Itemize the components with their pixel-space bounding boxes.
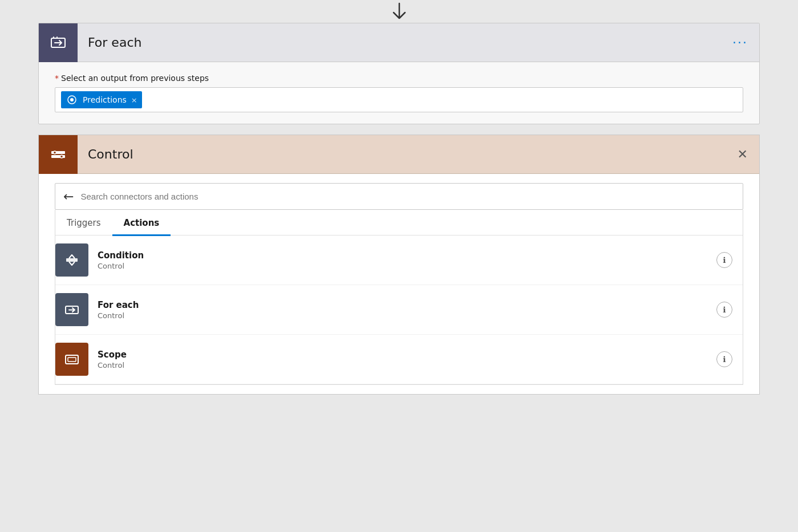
control-header: Control ✕: [39, 135, 759, 174]
svg-rect-10: [68, 358, 76, 362]
for-each-icon-box: [39, 23, 78, 62]
condition-icon: [63, 251, 80, 269]
condition-text: Condition Control: [98, 250, 707, 270]
tab-content-wrapper: Triggers Actions: [55, 210, 743, 385]
more-options-button[interactable]: ···: [721, 35, 759, 50]
condition-sub: Control: [98, 262, 707, 270]
search-input[interactable]: [80, 192, 735, 201]
for-each-info-button[interactable]: ℹ: [716, 302, 732, 318]
for-each-list-name: For each: [98, 300, 707, 310]
for-each-icon-box-list: [55, 293, 88, 326]
svg-point-2: [70, 98, 74, 101]
list-item[interactable]: For each Control ℹ: [55, 285, 743, 335]
list-item[interactable]: Condition Control ℹ: [55, 235, 743, 285]
for-each-header: For each ···: [39, 23, 759, 62]
token-label: Predictions: [83, 95, 127, 104]
tab-actions[interactable]: Actions: [112, 210, 171, 235]
close-button[interactable]: ✕: [726, 147, 759, 161]
control-icon: [49, 145, 67, 164]
svg-point-5: [54, 151, 56, 154]
condition-name: Condition: [98, 250, 707, 261]
scope-name: Scope: [98, 350, 707, 360]
svg-point-6: [60, 155, 63, 158]
control-title: Control: [78, 147, 726, 161]
condition-icon-box: [55, 243, 88, 277]
for-each-list-icon: [63, 301, 80, 318]
loop-icon: [49, 34, 67, 52]
scope-icon: [63, 351, 80, 368]
token-icon: [66, 94, 78, 106]
condition-info-button[interactable]: ℹ: [716, 252, 732, 268]
predictions-token: Predictions ×: [61, 91, 142, 108]
scope-sub: Control: [98, 361, 707, 369]
scope-info-button[interactable]: ℹ: [716, 351, 732, 367]
tab-triggers[interactable]: Triggers: [55, 210, 112, 235]
scope-icon-box: [55, 343, 88, 376]
output-input[interactable]: Predictions ×: [55, 87, 743, 112]
actions-list: Condition Control ℹ: [55, 235, 743, 384]
search-bar[interactable]: ←: [55, 183, 743, 210]
tabs-row: Triggers Actions: [55, 210, 743, 235]
for-each-card: For each ··· *Select an output from prev…: [38, 23, 760, 124]
for-each-text: For each Control: [98, 300, 707, 320]
field-label: *Select an output from previous steps: [55, 74, 743, 83]
for-each-body: *Select an output from previous steps Pr…: [39, 62, 759, 124]
required-indicator: *: [55, 74, 59, 83]
for-each-title: For each: [78, 35, 721, 50]
control-icon-box: [39, 135, 78, 174]
control-body: ← Triggers Actions: [39, 174, 759, 394]
list-item[interactable]: Scope Control ℹ: [55, 335, 743, 384]
control-panel: Control ✕ ← Triggers Actions: [38, 135, 760, 395]
back-button[interactable]: ←: [63, 189, 74, 204]
for-each-list-sub: Control: [98, 311, 707, 320]
token-close-button[interactable]: ×: [131, 96, 137, 104]
connector-arrow: [0, 0, 798, 23]
svg-rect-7: [66, 258, 78, 262]
scope-text: Scope Control: [98, 350, 707, 369]
